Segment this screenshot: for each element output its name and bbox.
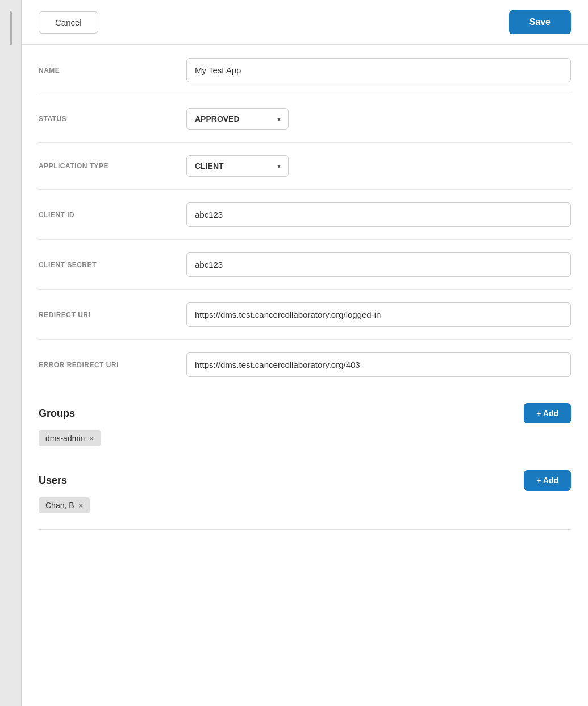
users-title: Users xyxy=(39,475,67,487)
status-select-wrapper: APPROVED PENDING REJECTED xyxy=(186,108,289,130)
name-label: NAME xyxy=(39,67,186,74)
groups-tags-area: dms-admin × xyxy=(39,430,571,456)
app-type-row: APPLICATION TYPE CLIENT SERVICE xyxy=(39,143,571,190)
users-add-button[interactable]: + Add xyxy=(524,470,571,491)
error-redirect-uri-row: ERROR REDIRECT URI xyxy=(39,340,571,389)
sidebar-scrollbar xyxy=(10,11,12,45)
user-tag-label: Chan, B xyxy=(45,501,74,510)
client-secret-row: CLIENT SECRET xyxy=(39,240,571,290)
groups-add-button[interactable]: + Add xyxy=(524,403,571,423)
group-tag-remove-icon[interactable]: × xyxy=(89,435,94,442)
name-input[interactable] xyxy=(186,58,571,82)
error-redirect-uri-input[interactable] xyxy=(186,352,571,377)
groups-header: Groups + Add xyxy=(39,389,571,430)
users-tags-area: Chan, B × xyxy=(39,497,571,524)
user-tag-remove-icon[interactable]: × xyxy=(79,502,84,509)
client-id-input[interactable] xyxy=(186,202,571,227)
name-row: NAME xyxy=(39,45,571,95)
cancel-button[interactable]: Cancel xyxy=(39,11,98,34)
status-select[interactable]: APPROVED PENDING REJECTED xyxy=(186,108,289,130)
group-tag-dms-admin: dms-admin × xyxy=(39,430,101,446)
client-secret-input[interactable] xyxy=(186,252,571,277)
app-type-label: APPLICATION TYPE xyxy=(39,162,186,170)
save-button[interactable]: Save xyxy=(509,10,571,34)
status-row: STATUS APPROVED PENDING REJECTED xyxy=(39,95,571,143)
toolbar: Cancel Save xyxy=(22,0,588,45)
users-header: Users + Add xyxy=(39,456,571,497)
bottom-divider xyxy=(39,529,571,530)
client-secret-label: CLIENT SECRET xyxy=(39,261,186,269)
status-label: STATUS xyxy=(39,115,186,123)
form-area: NAME STATUS APPROVED PENDING REJECTED AP… xyxy=(22,45,588,389)
user-tag-chan-b: Chan, B × xyxy=(39,497,90,513)
redirect-uri-row: REDIRECT URI xyxy=(39,290,571,340)
app-type-select[interactable]: CLIENT SERVICE xyxy=(186,155,289,177)
error-redirect-uri-label: ERROR REDIRECT URI xyxy=(39,361,186,369)
app-type-select-wrapper: CLIENT SERVICE xyxy=(186,155,289,177)
sections-area: Groups + Add dms-admin × Users + Add Cha… xyxy=(22,389,588,530)
group-tag-label: dms-admin xyxy=(45,434,85,443)
groups-title: Groups xyxy=(39,408,75,420)
client-id-label: CLIENT ID xyxy=(39,211,186,219)
redirect-uri-label: REDIRECT URI xyxy=(39,311,186,319)
redirect-uri-input[interactable] xyxy=(186,302,571,327)
client-id-row: CLIENT ID xyxy=(39,190,571,240)
